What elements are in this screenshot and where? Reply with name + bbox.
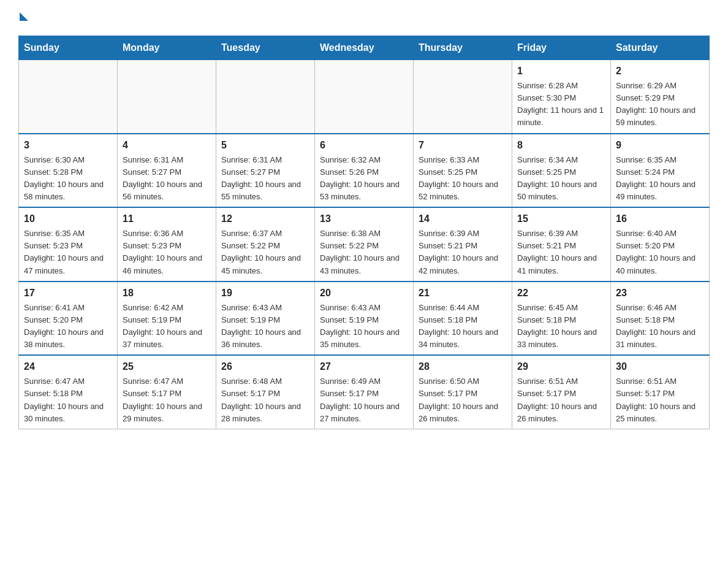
day-info: Sunrise: 6:28 AMSunset: 5:30 PMDaylight:… bbox=[517, 80, 605, 129]
day-info: Sunrise: 6:50 AMSunset: 5:17 PMDaylight:… bbox=[419, 375, 507, 425]
day-info: Sunrise: 6:42 AMSunset: 5:19 PMDaylight:… bbox=[123, 302, 211, 351]
day-info: Sunrise: 6:36 AMSunset: 5:23 PMDaylight:… bbox=[123, 228, 211, 277]
calendar-cell: 18Sunrise: 6:42 AMSunset: 5:19 PMDayligh… bbox=[118, 282, 216, 356]
calendar-cell bbox=[414, 60, 512, 134]
day-info: Sunrise: 6:43 AMSunset: 5:19 PMDaylight:… bbox=[221, 302, 309, 351]
day-info: Sunrise: 6:43 AMSunset: 5:19 PMDaylight:… bbox=[320, 302, 408, 351]
calendar-cell: 13Sunrise: 6:38 AMSunset: 5:22 PMDayligh… bbox=[315, 207, 414, 282]
day-number: 12 bbox=[221, 212, 309, 226]
calendar-cell: 30Sunrise: 6:51 AMSunset: 5:17 PMDayligh… bbox=[611, 355, 710, 429]
day-info: Sunrise: 6:40 AMSunset: 5:20 PMDaylight:… bbox=[616, 228, 704, 277]
day-info: Sunrise: 6:46 AMSunset: 5:18 PMDaylight:… bbox=[616, 302, 704, 351]
day-number: 1 bbox=[517, 64, 605, 79]
calendar-cell: 22Sunrise: 6:45 AMSunset: 5:18 PMDayligh… bbox=[512, 282, 611, 356]
day-number: 15 bbox=[517, 212, 605, 226]
day-number: 19 bbox=[221, 286, 309, 301]
day-info: Sunrise: 6:30 AMSunset: 5:28 PMDaylight:… bbox=[24, 154, 112, 204]
day-info: Sunrise: 6:29 AMSunset: 5:29 PMDaylight:… bbox=[616, 80, 704, 129]
day-info: Sunrise: 6:35 AMSunset: 5:24 PMDaylight:… bbox=[616, 154, 704, 204]
calendar-cell bbox=[315, 60, 414, 134]
calendar-cell: 14Sunrise: 6:39 AMSunset: 5:21 PMDayligh… bbox=[414, 207, 512, 282]
calendar-cell: 28Sunrise: 6:50 AMSunset: 5:17 PMDayligh… bbox=[414, 355, 512, 429]
day-info: Sunrise: 6:51 AMSunset: 5:17 PMDaylight:… bbox=[517, 375, 605, 425]
calendar-cell: 21Sunrise: 6:44 AMSunset: 5:18 PMDayligh… bbox=[414, 282, 512, 356]
calendar-cell: 26Sunrise: 6:48 AMSunset: 5:17 PMDayligh… bbox=[216, 355, 315, 429]
day-info: Sunrise: 6:49 AMSunset: 5:17 PMDaylight:… bbox=[320, 375, 408, 425]
day-number: 30 bbox=[616, 359, 704, 374]
day-number: 14 bbox=[419, 212, 507, 226]
day-info: Sunrise: 6:47 AMSunset: 5:17 PMDaylight:… bbox=[123, 375, 211, 425]
day-number: 24 bbox=[24, 359, 112, 374]
calendar-cell: 4Sunrise: 6:31 AMSunset: 5:27 PMDaylight… bbox=[118, 134, 216, 208]
weekday-header-row: SundayMondayTuesdayWednesdayThursdayFrid… bbox=[19, 36, 710, 60]
calendar-cell: 27Sunrise: 6:49 AMSunset: 5:17 PMDayligh… bbox=[315, 355, 414, 429]
weekday-header-tuesday: Tuesday bbox=[216, 36, 315, 60]
day-info: Sunrise: 6:32 AMSunset: 5:26 PMDaylight:… bbox=[320, 154, 408, 204]
calendar-cell: 5Sunrise: 6:31 AMSunset: 5:27 PMDaylight… bbox=[216, 134, 315, 208]
day-info: Sunrise: 6:41 AMSunset: 5:20 PMDaylight:… bbox=[24, 302, 112, 351]
day-number: 11 bbox=[123, 212, 211, 226]
calendar-cell: 3Sunrise: 6:30 AMSunset: 5:28 PMDaylight… bbox=[19, 134, 118, 208]
weekday-header-monday: Monday bbox=[118, 36, 216, 60]
calendar-cell: 8Sunrise: 6:34 AMSunset: 5:25 PMDaylight… bbox=[512, 134, 611, 208]
day-number: 18 bbox=[123, 286, 211, 301]
day-info: Sunrise: 6:44 AMSunset: 5:18 PMDaylight:… bbox=[419, 302, 507, 351]
day-number: 21 bbox=[419, 286, 507, 301]
day-number: 27 bbox=[320, 359, 408, 374]
day-number: 25 bbox=[123, 359, 211, 374]
day-number: 16 bbox=[616, 212, 704, 226]
day-info: Sunrise: 6:51 AMSunset: 5:17 PMDaylight:… bbox=[616, 375, 704, 425]
day-number: 5 bbox=[221, 138, 309, 153]
day-info: Sunrise: 6:39 AMSunset: 5:21 PMDaylight:… bbox=[517, 228, 605, 277]
day-number: 23 bbox=[616, 286, 704, 301]
day-number: 6 bbox=[320, 138, 408, 153]
calendar-cell: 9Sunrise: 6:35 AMSunset: 5:24 PMDaylight… bbox=[611, 134, 710, 208]
calendar-cell: 2Sunrise: 6:29 AMSunset: 5:29 PMDaylight… bbox=[611, 60, 710, 134]
calendar-cell bbox=[19, 60, 118, 134]
calendar-cell: 10Sunrise: 6:35 AMSunset: 5:23 PMDayligh… bbox=[19, 207, 118, 282]
weekday-header-thursday: Thursday bbox=[414, 36, 512, 60]
calendar-cell: 15Sunrise: 6:39 AMSunset: 5:21 PMDayligh… bbox=[512, 207, 611, 282]
day-number: 17 bbox=[24, 286, 112, 301]
week-row-1: 1Sunrise: 6:28 AMSunset: 5:30 PMDaylight… bbox=[19, 60, 710, 134]
day-number: 9 bbox=[616, 138, 704, 153]
calendar-cell: 12Sunrise: 6:37 AMSunset: 5:22 PMDayligh… bbox=[216, 207, 315, 282]
day-info: Sunrise: 6:39 AMSunset: 5:21 PMDaylight:… bbox=[419, 228, 507, 277]
logo bbox=[18, 12, 28, 26]
day-number: 22 bbox=[517, 286, 605, 301]
calendar-cell: 16Sunrise: 6:40 AMSunset: 5:20 PMDayligh… bbox=[611, 207, 710, 282]
day-number: 10 bbox=[24, 212, 112, 226]
day-number: 29 bbox=[517, 359, 605, 374]
day-info: Sunrise: 6:33 AMSunset: 5:25 PMDaylight:… bbox=[419, 154, 507, 204]
calendar-cell: 20Sunrise: 6:43 AMSunset: 5:19 PMDayligh… bbox=[315, 282, 414, 356]
calendar-cell: 24Sunrise: 6:47 AMSunset: 5:18 PMDayligh… bbox=[19, 355, 118, 429]
calendar-cell: 11Sunrise: 6:36 AMSunset: 5:23 PMDayligh… bbox=[118, 207, 216, 282]
day-info: Sunrise: 6:35 AMSunset: 5:23 PMDaylight:… bbox=[24, 228, 112, 277]
day-number: 4 bbox=[123, 138, 211, 153]
week-row-2: 3Sunrise: 6:30 AMSunset: 5:28 PMDaylight… bbox=[19, 134, 710, 208]
day-number: 3 bbox=[24, 138, 112, 153]
calendar-cell bbox=[118, 60, 216, 134]
day-number: 8 bbox=[517, 138, 605, 153]
weekday-header-wednesday: Wednesday bbox=[315, 36, 414, 60]
day-info: Sunrise: 6:48 AMSunset: 5:17 PMDaylight:… bbox=[221, 375, 309, 425]
day-number: 20 bbox=[320, 286, 408, 301]
day-info: Sunrise: 6:34 AMSunset: 5:25 PMDaylight:… bbox=[517, 154, 605, 204]
day-number: 26 bbox=[221, 359, 309, 374]
weekday-header-friday: Friday bbox=[512, 36, 611, 60]
weekday-header-saturday: Saturday bbox=[611, 36, 710, 60]
calendar-cell: 19Sunrise: 6:43 AMSunset: 5:19 PMDayligh… bbox=[216, 282, 315, 356]
weekday-header-sunday: Sunday bbox=[19, 36, 118, 60]
calendar-cell: 25Sunrise: 6:47 AMSunset: 5:17 PMDayligh… bbox=[118, 355, 216, 429]
day-number: 28 bbox=[419, 359, 507, 374]
logo-triangle-icon bbox=[20, 12, 28, 21]
day-number: 7 bbox=[419, 138, 507, 153]
day-info: Sunrise: 6:47 AMSunset: 5:18 PMDaylight:… bbox=[24, 375, 112, 425]
day-info: Sunrise: 6:38 AMSunset: 5:22 PMDaylight:… bbox=[320, 228, 408, 277]
calendar-cell: 7Sunrise: 6:33 AMSunset: 5:25 PMDaylight… bbox=[414, 134, 512, 208]
week-row-3: 10Sunrise: 6:35 AMSunset: 5:23 PMDayligh… bbox=[19, 207, 710, 282]
calendar-cell: 1Sunrise: 6:28 AMSunset: 5:30 PMDaylight… bbox=[512, 60, 611, 134]
day-number: 13 bbox=[320, 212, 408, 226]
day-info: Sunrise: 6:31 AMSunset: 5:27 PMDaylight:… bbox=[123, 154, 211, 204]
page-header bbox=[18, 12, 710, 26]
